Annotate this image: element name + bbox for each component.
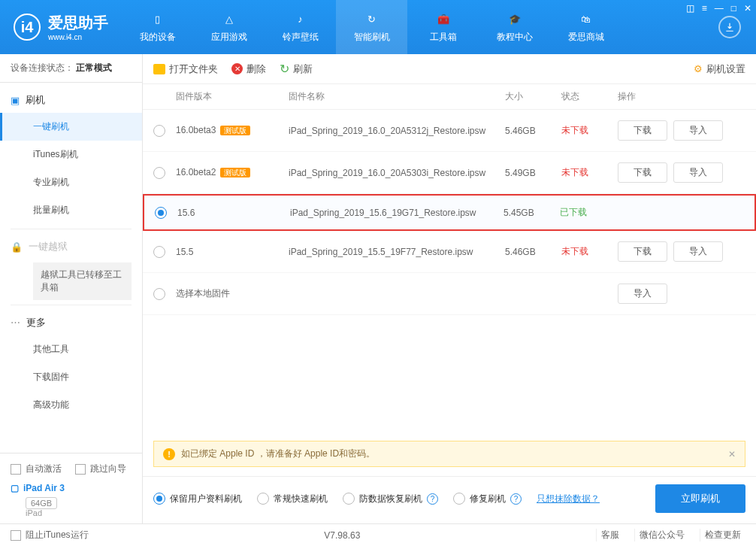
- device-storage: 64GB: [26, 497, 57, 509]
- firmware-radio[interactable]: [153, 125, 165, 137]
- firmware-list: 16.0beta3测试版iPad_Spring_2019_16.0_20A531…: [143, 110, 756, 436]
- sidebar-jailbreak-head: 🔒 一键越狱: [0, 234, 142, 259]
- nav-智能刷机[interactable]: ↻智能刷机: [336, 0, 407, 54]
- import-button[interactable]: 导入: [673, 162, 723, 183]
- nav-工具箱[interactable]: 🧰工具箱: [407, 0, 479, 54]
- import-button[interactable]: 导入: [673, 120, 723, 141]
- firmware-size: 5.49GB: [505, 168, 561, 178]
- window-control[interactable]: ≡: [702, 3, 707, 14]
- action-bar: 保留用户资料刷机 常规快速刷机 防数据恢复刷机? 修复刷机? 只想抹除数据？ 立…: [143, 476, 756, 523]
- import-button[interactable]: 导入: [673, 241, 723, 262]
- main-content: 打开文件夹 ✕ 删除 ↻ 刷新 ⚙ 刷机设置 固件版本 固件名称 大小 状态 操…: [143, 54, 756, 523]
- window-control[interactable]: ✕: [744, 3, 751, 14]
- delete-icon: ✕: [231, 63, 243, 74]
- col-ops: 操作: [618, 90, 745, 103]
- sidebar-item[interactable]: 一键刷机: [0, 113, 142, 141]
- gear-icon: ⚙: [694, 63, 703, 74]
- nav-icon: △: [221, 11, 237, 28]
- lock-icon: 🔒: [11, 241, 23, 253]
- sidebar-item[interactable]: iTunes刷机: [0, 141, 142, 168]
- nav-教程中心[interactable]: 🎓教程中心: [479, 0, 550, 54]
- firmware-radio[interactable]: [153, 246, 165, 258]
- nav-icon: 🧰: [435, 11, 452, 28]
- window-control[interactable]: —: [715, 3, 724, 14]
- app-header: i4 爱思助手 www.i4.cn ▯我的设备△应用游戏♪铃声壁纸↻智能刷机🧰工…: [0, 0, 756, 54]
- firmware-radio[interactable]: [153, 167, 165, 179]
- help-icon[interactable]: ?: [427, 493, 438, 505]
- sidebar-item[interactable]: 专业刷机: [0, 168, 142, 196]
- sidebar-item[interactable]: 其他工具: [0, 335, 142, 363]
- close-warning-button[interactable]: ✕: [728, 449, 736, 460]
- download-button[interactable]: 下载: [618, 241, 667, 262]
- import-button[interactable]: 导入: [618, 284, 667, 304]
- download-button[interactable]: 下载: [618, 120, 667, 141]
- sidebar-more-head[interactable]: ⋯ 更多: [0, 310, 142, 335]
- top-nav: ▯我的设备△应用游戏♪铃声壁纸↻智能刷机🧰工具箱🎓教程中心🛍爱思商城: [122, 0, 703, 54]
- block-itunes-checkbox[interactable]: [11, 530, 21, 541]
- skip-guide-checkbox[interactable]: [75, 464, 86, 475]
- option-keep-data[interactable]: 保留用户资料刷机: [153, 493, 242, 505]
- logo-icon: i4: [14, 14, 41, 41]
- firmware-radio[interactable]: [153, 288, 165, 300]
- auto-activate-checkbox[interactable]: [11, 464, 21, 475]
- flash-icon: ▣: [11, 95, 20, 106]
- footer-link[interactable]: 客服: [596, 529, 624, 541]
- flash-settings-button[interactable]: ⚙ 刷机设置: [694, 62, 745, 76]
- nav-铃声壁纸[interactable]: ♪铃声壁纸: [265, 0, 336, 54]
- flash-now-button[interactable]: 立即刷机: [655, 484, 745, 513]
- erase-data-link[interactable]: 只想抹除数据？: [537, 493, 600, 505]
- folder-icon: [153, 64, 165, 74]
- help-icon[interactable]: ?: [510, 493, 522, 505]
- device-name: iPad Air 3: [23, 483, 65, 493]
- more-icon: ⋯: [11, 317, 20, 328]
- firmware-status: 已下载: [560, 206, 616, 219]
- window-control[interactable]: □: [731, 3, 736, 14]
- connection-status: 设备连接状态： 正常模式: [0, 54, 142, 83]
- jailbreak-notice: 越狱工具已转移至工具箱: [33, 262, 132, 300]
- auto-activate-label: 自动激活: [26, 463, 62, 475]
- footer-link[interactable]: 检查更新: [700, 529, 745, 541]
- footer-link[interactable]: 微信公众号: [634, 529, 689, 541]
- option-normal[interactable]: 常规快速刷机: [257, 493, 328, 505]
- sidebar-flash-head[interactable]: ▣ 刷机: [0, 87, 142, 113]
- col-status: 状态: [561, 90, 618, 103]
- nav-icon: ↻: [364, 11, 380, 28]
- sidebar-item[interactable]: 下载固件: [0, 363, 142, 391]
- firmware-name: iPad_Spring_2019_16.0_20A5303i_Restore.i…: [289, 168, 505, 178]
- option-repair[interactable]: 修复刷机?: [453, 493, 522, 505]
- firmware-version: 16.0beta3测试版: [176, 125, 289, 136]
- firmware-row[interactable]: 15.5iPad_Spring_2019_15.5_19F77_Restore.…: [143, 231, 756, 273]
- sidebar-more-label: 更多: [26, 316, 46, 329]
- sidebar-item[interactable]: 高级功能: [0, 391, 142, 419]
- app-version: V7.98.63: [324, 530, 360, 541]
- firmware-row[interactable]: 16.0beta3测试版iPad_Spring_2019_16.0_20A531…: [143, 110, 756, 152]
- option-prevent-recovery[interactable]: 防数据恢复刷机?: [343, 493, 438, 505]
- firmware-status: 未下载: [561, 245, 618, 258]
- device-icon: ▢: [11, 483, 19, 493]
- window-control[interactable]: ◫: [686, 3, 694, 14]
- firmware-name: iPad_Spring_2019_15.6_19G71_Restore.ipsw: [290, 208, 503, 218]
- window-controls: ◫≡—□✕: [686, 3, 751, 14]
- refresh-button[interactable]: ↻ 刷新: [280, 62, 313, 76]
- firmware-row[interactable]: 16.0beta2测试版iPad_Spring_2019_16.0_20A530…: [143, 152, 756, 194]
- sidebar-item[interactable]: 批量刷机: [0, 196, 142, 224]
- download-button[interactable]: 下载: [618, 162, 667, 183]
- app-domain: www.i4.cn: [48, 33, 108, 41]
- firmware-radio[interactable]: [155, 207, 167, 219]
- local-firmware-label: 选择本地固件: [176, 287, 289, 300]
- open-folder-button[interactable]: 打开文件夹: [153, 62, 218, 76]
- table-header: 固件版本 固件名称 大小 状态 操作: [143, 84, 756, 110]
- device-info[interactable]: ▢ iPad Air 3: [11, 478, 132, 498]
- download-indicator-icon[interactable]: [718, 16, 741, 38]
- skip-guide-label: 跳过向导: [90, 463, 126, 475]
- sidebar: 设备连接状态： 正常模式 ▣ 刷机 一键刷机iTunes刷机专业刷机批量刷机 🔒…: [0, 54, 143, 523]
- nav-icon: ♪: [292, 11, 309, 28]
- nav-爱思商城[interactable]: 🛍爱思商城: [550, 0, 621, 54]
- firmware-status: 未下载: [561, 166, 618, 179]
- nav-应用游戏[interactable]: △应用游戏: [193, 0, 265, 54]
- local-firmware-row[interactable]: 选择本地固件导入: [143, 273, 756, 315]
- firmware-version: 16.0beta2测试版: [176, 167, 289, 178]
- delete-button[interactable]: ✕ 删除: [231, 62, 266, 76]
- nav-我的设备[interactable]: ▯我的设备: [122, 0, 193, 54]
- firmware-row[interactable]: 15.6iPad_Spring_2019_15.6_19G71_Restore.…: [143, 194, 756, 231]
